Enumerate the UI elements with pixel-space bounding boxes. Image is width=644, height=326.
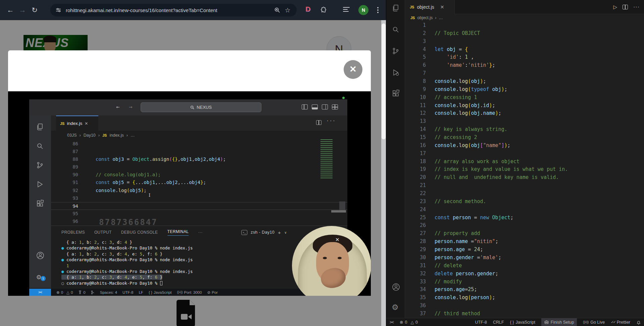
code-line[interactable]: 10// accessing 1 <box>405 94 644 102</box>
problems-status[interactable]: ⊗0△0 <box>400 320 418 325</box>
line-content <box>78 148 96 155</box>
modal-close-button[interactable]: ✕ <box>344 60 362 79</box>
code-line[interactable]: 8console.log(obj); <box>405 78 644 86</box>
breadcrumb-more[interactable]: … <box>439 15 443 20</box>
code-line[interactable]: 32delete person.gender; <box>405 270 644 278</box>
code-line[interactable]: 27// property add <box>405 230 644 238</box>
extension-d-icon[interactable]: D <box>305 5 310 13</box>
line-content: const obj3 = Object.assign({},obj1,obj2,… <box>78 155 226 163</box>
breadcrumb-file[interactable]: object.js <box>417 15 433 20</box>
go-live-button[interactable]: ((•))Go Live <box>583 320 605 325</box>
line-number: 16 <box>405 142 426 150</box>
breadcrumb-sep: › <box>435 15 436 20</box>
prettier-status[interactable]: ✓✓Prettier <box>611 320 630 325</box>
code-line[interactable]: 19// index is key and value is what we p… <box>405 166 644 174</box>
code-line[interactable]: 4let obj = { <box>405 46 644 54</box>
code-line[interactable]: 22 <box>405 190 644 198</box>
code-line[interactable]: 5 'id': 1 , <box>405 53 644 61</box>
code-line[interactable]: 31// delete <box>405 262 644 270</box>
page-scrollbar-thumb[interactable] <box>382 24 386 139</box>
notifications-bell-icon[interactable] <box>636 320 641 325</box>
toolbar-list-icon[interactable] <box>343 7 350 13</box>
line-content: // array also work as object <box>426 158 519 166</box>
url-bar[interactable]: rohittnegi.akamai.net.in/new-courses/16/… <box>50 4 297 16</box>
code-line[interactable]: 35console.log(person); <box>405 294 644 302</box>
vscode-window: ⚙ JS object.js ✕ ▷ ··· JS object.js › … … <box>386 0 644 326</box>
extensions-icon[interactable] <box>392 89 400 97</box>
browser-profile-avatar[interactable]: N <box>358 5 368 15</box>
line-number: 91 <box>51 179 78 186</box>
code-line[interactable]: 18// array also work as object <box>405 158 644 166</box>
language-status[interactable]: { }JavaScript <box>510 320 535 325</box>
line-content: person.name ="nitin"; <box>426 238 498 246</box>
code-line[interactable]: 12console.log(obj.name); <box>405 109 644 118</box>
source-control-icon[interactable] <box>392 47 400 55</box>
editor-more-icon[interactable]: ··· <box>633 4 640 10</box>
code-line[interactable]: 30person.gender ='male'; <box>405 254 644 262</box>
zoom-icon[interactable] <box>274 7 281 13</box>
code-line[interactable]: 7 <box>405 69 644 78</box>
recorded-tab-label: index.js <box>67 121 82 126</box>
settings-gear-icon: ⚙ 1 <box>37 273 41 281</box>
code-line[interactable]: 37// third method <box>405 310 644 318</box>
recorded-vscode: ← → NEXUS <box>29 99 347 296</box>
code-line[interactable]: 1 <box>405 21 644 30</box>
back-button[interactable]: ← <box>5 4 16 16</box>
forward-button[interactable]: → <box>17 4 28 16</box>
code-line[interactable]: 2// Topic OBJECT <box>405 30 644 38</box>
code-line[interactable]: 11console.log(obj.id); <box>405 102 644 110</box>
settings-gear-icon[interactable]: ⚙ <box>392 303 399 312</box>
account-icon[interactable] <box>392 283 400 291</box>
remote-indicator[interactable]: >< <box>390 320 394 325</box>
line-number: 96 <box>51 218 78 225</box>
code-line[interactable]: 24 <box>405 206 644 214</box>
line-number: 25 <box>405 214 426 222</box>
code-line[interactable]: 34person.age=25; <box>405 286 644 294</box>
page-scrollbar[interactable] <box>381 20 386 326</box>
line-number: 30 <box>405 254 426 262</box>
finish-setup-button[interactable]: Finish Setup <box>541 318 577 326</box>
code-line[interactable]: 15// accessing 2 <box>405 134 644 142</box>
code-line[interactable]: 9console.log(typeof obj); <box>405 86 644 94</box>
code-line[interactable]: 26 <box>405 222 644 230</box>
eol-status[interactable]: CRLF <box>493 320 504 325</box>
code-line[interactable]: 3 <box>405 38 644 46</box>
line-number: 15 <box>405 134 426 142</box>
line-number: 21 <box>405 182 426 190</box>
bookmark-star-icon[interactable]: ☆ <box>284 6 291 14</box>
code-line[interactable]: 13 <box>405 118 644 126</box>
line-content <box>78 210 96 218</box>
code-line[interactable]: 23// second method. <box>405 198 644 206</box>
code-editor[interactable]: 12// Topic OBJECT34let obj = {5 'id': 1 … <box>405 21 644 318</box>
reload-button[interactable]: ↻ <box>29 4 40 16</box>
code-line[interactable]: 28person.name ="nitin"; <box>405 238 644 246</box>
code-line[interactable]: 29person.age = 24; <box>405 246 644 254</box>
browser-toolbar: ← → ↻ rohittnegi.akamai.net.in/new-cours… <box>0 0 386 20</box>
code-line[interactable]: 33// modify <box>405 278 644 286</box>
run-debug-icon[interactable] <box>392 68 400 77</box>
extensions-puzzle-icon[interactable] <box>319 6 327 14</box>
browser-menu-icon[interactable] <box>377 7 379 8</box>
code-line[interactable]: 17 <box>405 150 644 158</box>
tab-close-icon[interactable]: ✕ <box>440 4 444 10</box>
code-line[interactable]: 6 'name':'nitin'}; <box>405 61 644 69</box>
site-info-icon[interactable] <box>55 7 62 13</box>
code-line[interactable]: 25const person = new Object; <box>405 214 644 222</box>
code-line[interactable]: 16console.log(obj["name"]); <box>405 142 644 150</box>
recorded-tab-indexjs: JS index.js ✕ <box>56 115 98 131</box>
code-line[interactable]: 21 <box>405 182 644 190</box>
code-line[interactable]: 14// key is always string. <box>405 126 644 134</box>
tab-objectjs[interactable]: JS object.js ✕ <box>405 0 455 14</box>
search-icon[interactable] <box>392 26 400 34</box>
video-player[interactable]: ← → NEXUS <box>8 91 371 296</box>
line-number: 86 <box>51 140 78 148</box>
split-editor-icon[interactable] <box>623 5 628 9</box>
encoding-status[interactable]: UTF-8 <box>475 320 487 325</box>
code-line: 93 <box>51 194 347 202</box>
code-line[interactable]: 36 <box>405 302 644 310</box>
url-text[interactable]: rohittnegi.akamai.net.in/new-courses/16/… <box>66 7 274 13</box>
run-file-icon[interactable]: ▷ <box>613 4 617 10</box>
files-icon[interactable] <box>392 4 400 12</box>
code-line[interactable]: 20// null and undefined key name is vali… <box>405 174 644 182</box>
breadcrumb[interactable]: JS object.js › … <box>405 14 644 21</box>
